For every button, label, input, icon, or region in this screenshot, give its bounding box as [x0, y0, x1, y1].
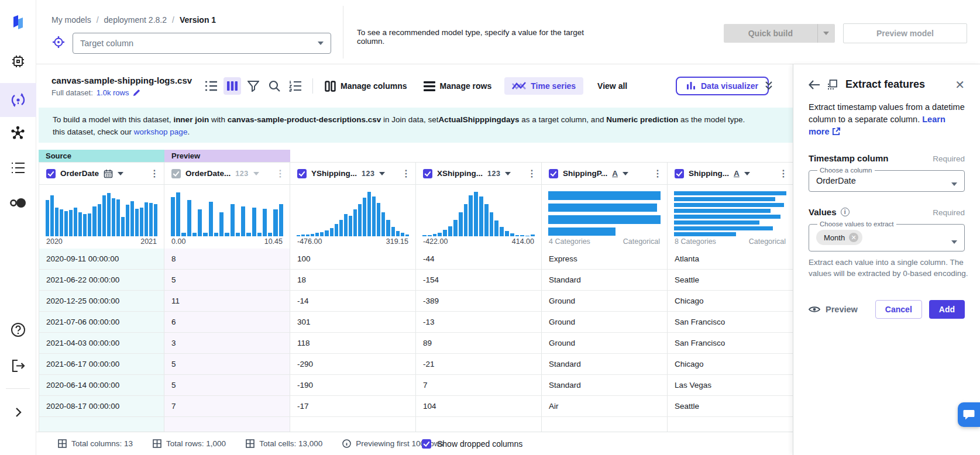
table-cell: 2020-06-14 00:00:00 — [39, 375, 164, 396]
axis-labels: -476.00319.15 — [290, 236, 416, 249]
table-cell: 89 — [416, 333, 542, 354]
table-cell: 5 — [164, 375, 290, 396]
info-icon — [342, 439, 351, 448]
table-row: 2021-04-03 00:00:00311889GroundSan Franc… — [39, 333, 793, 354]
list-icon[interactable] — [5, 155, 31, 181]
breadcrumb-deployment[interactable]: deployment 2.8.2 — [104, 15, 167, 25]
quick-build-button[interactable]: Quick build — [724, 24, 835, 43]
values-info-icon[interactable]: i — [841, 208, 850, 216]
column-name: OrderDate... — [185, 169, 231, 178]
app-root: My models / deployment 2.8.2 / Version 1… — [0, 0, 980, 455]
rows-count-link[interactable]: 1.0k rows — [97, 88, 129, 97]
chip-remove-icon[interactable]: ✕ — [849, 233, 858, 242]
list-view-icon[interactable] — [202, 77, 220, 95]
processor-icon[interactable] — [5, 49, 31, 74]
table-cell: 301 — [290, 312, 416, 333]
column-menu-icon[interactable]: ⋮ — [779, 169, 788, 178]
column-checkbox[interactable] — [549, 169, 558, 178]
choose-values-legend: Choose values to extract — [817, 220, 896, 227]
app-logo[interactable] — [5, 9, 31, 35]
manage-rows-icon — [424, 81, 435, 91]
total-cells-status: Total cells: 13,000 — [246, 439, 322, 448]
breadcrumb-my-models[interactable]: My models — [51, 15, 91, 25]
filter-icon[interactable] — [245, 77, 262, 95]
axis-max-label: 10.45 — [264, 237, 283, 249]
build-model-icon[interactable] — [0, 83, 36, 117]
column-sort-caret[interactable] — [118, 172, 123, 175]
view-all-button[interactable]: View all — [597, 81, 627, 91]
axis-min-label: 0.00 — [171, 237, 185, 249]
target-column-placeholder: Target column — [80, 39, 133, 48]
sort-list-icon[interactable] — [287, 77, 304, 95]
column-sort-caret[interactable] — [623, 172, 628, 175]
collapse-toolbar-icon[interactable] — [764, 81, 773, 94]
column-sort-caret[interactable] — [253, 172, 259, 175]
column-sort-caret[interactable] — [379, 172, 385, 175]
quick-build-label[interactable]: Quick build — [724, 24, 817, 43]
connections-icon[interactable] — [5, 120, 31, 146]
chevron-down-icon — [318, 42, 324, 45]
axis-min-label: 2020 — [46, 237, 63, 249]
breadcrumb-version: Version 1 — [180, 15, 216, 25]
close-icon[interactable]: ✕ — [955, 79, 965, 91]
column-checkbox[interactable] — [171, 169, 181, 178]
preview-model-button[interactable]: Preview model — [843, 23, 967, 43]
column-checkbox[interactable] — [297, 169, 307, 178]
total-rows-status: Total rows: 1,000 — [153, 439, 226, 448]
grid-view-icon[interactable] — [223, 77, 241, 95]
banner-text: in Join data, set — [381, 115, 438, 124]
column-menu-icon[interactable]: ⋮ — [401, 169, 411, 178]
table-cell: Seattle — [668, 270, 793, 291]
external-link-icon[interactable] — [832, 127, 841, 136]
manage-rows-button[interactable]: Manage rows — [424, 81, 492, 91]
table-cell: 2021-06-17 00:00:00 — [39, 354, 164, 375]
help-icon[interactable] — [5, 317, 31, 343]
table-row: 2020-08-17 00:00:007-17104AirSeattle — [39, 396, 793, 417]
datetime-type-icon — [104, 169, 113, 178]
search-icon[interactable] — [266, 77, 283, 95]
column-menu-icon[interactable]: ⋮ — [150, 169, 159, 178]
circles-icon[interactable] — [5, 190, 31, 216]
left-sidebar — [0, 0, 36, 455]
edit-pencil-icon[interactable] — [132, 88, 141, 97]
time-series-button[interactable]: Time series — [504, 77, 583, 95]
extract-features-panel: Extract features ✕ Extract timestamp val… — [793, 64, 980, 455]
preview-toggle[interactable]: Preview — [809, 305, 858, 314]
data-visualizer-label: Data visualizer — [701, 81, 758, 91]
chat-widget-button[interactable] — [958, 402, 980, 427]
table-row: 2020-12-25 00:00:0011-14-389GroundChicag… — [39, 291, 793, 312]
chevron-down-icon — [951, 182, 957, 186]
column-menu-icon[interactable]: ⋮ — [527, 169, 537, 178]
table-cell: 2021-07-06 00:00:00 — [39, 312, 164, 333]
axis-max-label: 319.15 — [386, 237, 408, 249]
axis-max-label: 2021 — [140, 237, 157, 249]
table-cell: 2021-06-22 00:00:00 — [39, 270, 164, 291]
expand-sidebar-icon[interactable] — [5, 399, 31, 425]
target-column-select[interactable]: Target column — [73, 33, 331, 54]
values-multiselect[interactable]: Choose values to extract Month✕ — [809, 220, 965, 251]
column-sort-caret[interactable] — [505, 172, 511, 175]
table-cell: 118 — [290, 333, 416, 354]
timestamp-column-select[interactable]: Choose a column OrderDate — [809, 167, 965, 192]
column-menu-icon[interactable]: ⋮ — [276, 169, 285, 178]
data-visualizer-button[interactable]: Data visualizer — [676, 77, 769, 95]
quick-build-caret[interactable] — [817, 24, 835, 43]
manage-columns-button[interactable]: Manage columns — [325, 81, 407, 92]
cancel-button[interactable]: Cancel — [875, 300, 922, 319]
column-menu-icon[interactable]: ⋮ — [653, 169, 662, 178]
logout-icon[interactable] — [5, 353, 31, 378]
table-cell: -389 — [416, 291, 542, 312]
column-checkbox[interactable] — [46, 169, 56, 178]
column-header-row: OrderDate⋮OrderDate...123⋮YShipping...12… — [39, 162, 793, 185]
show-dropped-checkbox[interactable] — [422, 439, 431, 449]
column-checkbox[interactable] — [675, 169, 684, 178]
back-arrow-icon[interactable] — [809, 80, 820, 90]
banner-text: inner join — [173, 115, 209, 124]
add-button[interactable]: Add — [929, 300, 965, 319]
axis-min-label: 4 Categories — [549, 237, 590, 249]
column-checkbox[interactable] — [423, 169, 432, 178]
show-dropped-columns-toggle[interactable]: Show dropped columns — [422, 439, 522, 449]
column-sort-caret[interactable] — [744, 172, 750, 175]
target-icon — [51, 35, 66, 51]
workshop-page-link[interactable]: workshop page — [134, 127, 188, 136]
